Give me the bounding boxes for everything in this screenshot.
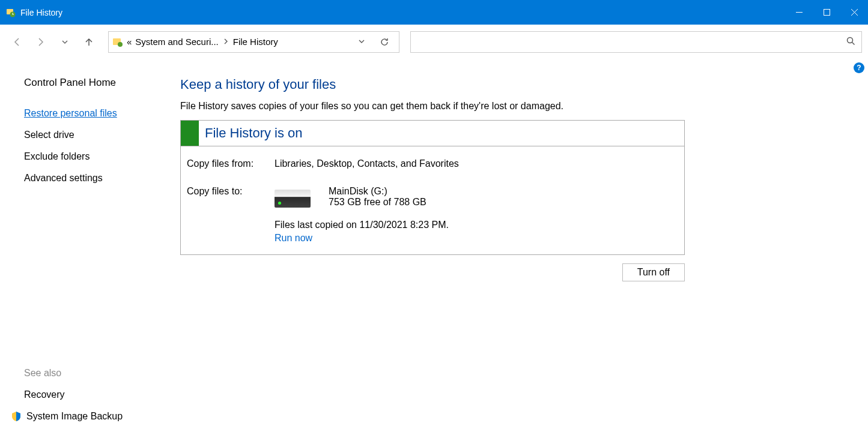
exclude-folders-link[interactable]: Exclude folders <box>24 151 90 162</box>
main-panel: Keep a history of your files File Histor… <box>180 59 868 429</box>
refresh-button[interactable] <box>374 31 395 53</box>
last-copied-text: Files last copied on 11/30/2021 8:23 PM. <box>275 220 678 230</box>
address-dropdown-icon[interactable] <box>353 38 370 46</box>
status-header: File History is on <box>181 121 684 146</box>
svg-point-5 <box>848 37 853 43</box>
status-panel: File History is on Copy files from: Libr… <box>180 120 685 255</box>
turn-off-button[interactable]: Turn off <box>622 263 685 281</box>
restore-personal-files-link[interactable]: Restore personal files <box>24 108 117 119</box>
forward-button[interactable] <box>30 31 52 53</box>
search-icon <box>846 36 855 48</box>
page-title: Keep a history of your files <box>180 77 850 92</box>
breadcrumb-parent[interactable]: System and Securi... <box>135 37 218 47</box>
file-history-app-icon <box>6 8 16 17</box>
page-description: File History saves copies of your files … <box>180 101 850 112</box>
drive-icon <box>275 190 311 208</box>
recent-locations-dropdown[interactable] <box>54 31 76 53</box>
window-title: File History <box>20 8 785 17</box>
svg-point-4 <box>118 42 123 47</box>
select-drive-link[interactable]: Select drive <box>24 130 74 140</box>
up-button[interactable] <box>78 31 100 53</box>
copy-from-label: Copy files from: <box>187 158 275 169</box>
address-bar[interactable]: « System and Securi... File History <box>108 31 399 53</box>
run-now-link[interactable]: Run now <box>275 233 312 244</box>
system-image-backup-label: System Image Backup <box>26 411 123 422</box>
breadcrumb-prefix: « <box>127 37 132 47</box>
minimize-button[interactable] <box>785 0 813 25</box>
search-box[interactable] <box>410 31 862 53</box>
title-bar: File History <box>0 0 868 25</box>
shield-icon <box>11 411 22 422</box>
copy-from-value: Libraries, Desktop, Contacts, and Favori… <box>275 158 459 169</box>
maximize-button[interactable] <box>813 0 840 25</box>
advanced-settings-link[interactable]: Advanced settings <box>24 173 103 184</box>
sidebar: Control Panel Home Restore personal file… <box>0 59 180 429</box>
svg-rect-2 <box>824 10 830 16</box>
status-header-text: File History is on <box>199 125 303 141</box>
control-panel-home-link[interactable]: Control Panel Home <box>24 77 116 89</box>
back-button[interactable] <box>6 31 28 53</box>
content-area: ? Control Panel Home Restore personal fi… <box>0 59 868 429</box>
drive-space: 753 GB free of 788 GB <box>329 197 426 208</box>
copy-to-label: Copy files to: <box>187 186 275 208</box>
drive-name: MainDisk (G:) <box>329 186 426 197</box>
system-image-backup-link[interactable]: System Image Backup <box>11 411 180 422</box>
status-indicator-icon <box>181 121 199 146</box>
close-button[interactable] <box>840 0 868 25</box>
folder-icon <box>112 37 123 47</box>
toolbar: « System and Securi... File History <box>0 25 868 59</box>
chevron-right-icon <box>223 38 228 46</box>
recovery-link[interactable]: Recovery <box>24 389 65 400</box>
see-also-heading: See also <box>24 368 180 379</box>
breadcrumb-current[interactable]: File History <box>233 37 278 47</box>
